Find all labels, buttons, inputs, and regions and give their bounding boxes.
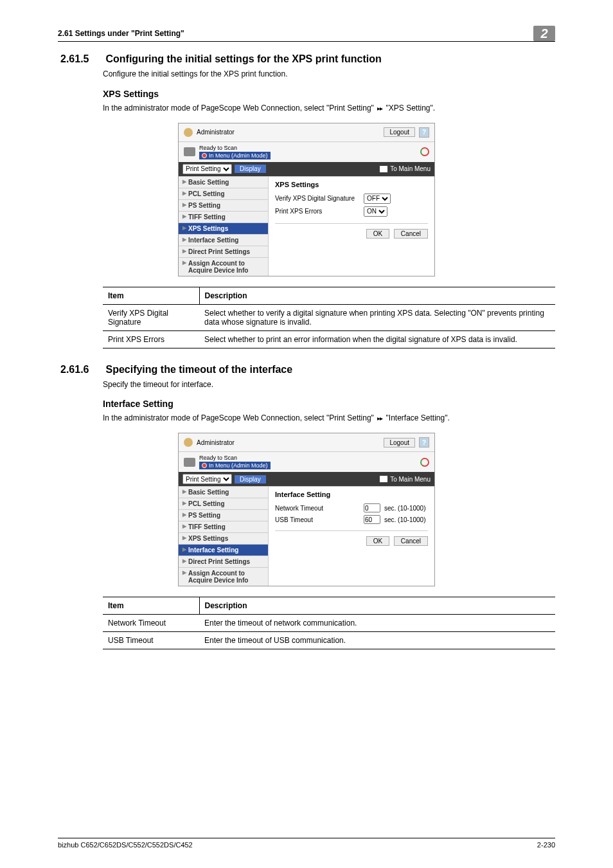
sidebar-item-ps[interactable]: ▶PS Setting [179,199,268,211]
screenshot-interface-setting: Administrator Logout ? Ready to Scan In … [178,433,435,586]
print-errors-label: Print XPS Errors [275,208,360,215]
network-timeout-input[interactable] [364,503,380,512]
nav-arrows-icon [376,104,384,113]
status-ready: Ready to Scan [199,145,271,151]
interface-setting-table: Item Description Network Timeout Enter t… [103,597,555,649]
sidebar-item-xps[interactable]: ▶XPS Settings [179,532,268,544]
table-header-desc: Description [199,597,555,615]
section-title: Configuring the initial settings for the… [105,53,381,64]
chapter-badge: 2 [533,26,555,41]
section-intro: Specify the timeout for interface. [103,379,555,390]
menu-box-icon [380,166,387,172]
subsection-title: Interface Setting [103,399,555,409]
network-timeout-unit: sec. (10-1000) [384,505,425,512]
sidebar: ▶Basic Setting ▶PCL Setting ▶PS Setting … [179,177,269,276]
network-timeout-label: Network Timeout [275,505,360,512]
section-number: 2.61.6 [60,364,103,375]
refresh-icon[interactable] [420,458,429,467]
sidebar-item-ps[interactable]: ▶PS Setting [179,509,268,521]
cancel-button[interactable]: Cancel [394,536,428,546]
section-intro: Configure the initial settings for the X… [103,69,555,80]
usb-timeout-label: USB Timeout [275,516,360,523]
table-cell: Verify XPS Digital Signature [103,304,199,330]
print-errors-select[interactable]: ON [364,206,387,217]
display-button[interactable]: Display [235,475,266,484]
table-cell: Select whether to print an error informa… [199,330,555,348]
page-footer: bizhub C652/C652DS/C552/C552DS/C452 2-23… [58,838,555,849]
xps-settings-table: Item Description Verify XPS Digital Sign… [103,287,555,348]
usb-timeout-input[interactable] [364,515,380,524]
sidebar-item-tiff[interactable]: ▶TIFF Setting [179,521,268,532]
help-button[interactable]: ? [419,437,429,448]
table-cell: Print XPS Errors [103,330,199,348]
cancel-button[interactable]: Cancel [394,229,428,239]
to-main-menu-link[interactable]: To Main Menu [380,476,431,483]
logout-button[interactable]: Logout [384,438,415,448]
admin-label: Administrator [197,439,235,446]
refresh-icon[interactable] [420,147,429,156]
verify-sig-select[interactable]: OFF [364,194,391,204]
status-dot-icon [202,153,207,158]
category-select[interactable]: Print Setting [182,474,232,484]
sidebar-item-basic[interactable]: ▶Basic Setting [179,487,268,498]
admin-label: Administrator [197,129,235,136]
printer-icon [184,458,195,467]
sidebar-item-direct[interactable]: ▶Direct Print Settings [179,556,268,567]
footer-model: bizhub C652/C652DS/C552/C552DS/C452 [58,841,193,849]
sidebar-item-direct[interactable]: ▶Direct Print Settings [179,246,268,257]
table-cell: Enter the timeout of USB communication. [199,632,555,649]
sidebar-item-assign[interactable]: ▶Assign Account to Acquire Device Info [179,257,268,276]
footer-page: 2-230 [537,841,555,849]
table-cell: Select whether to verify a digital signa… [199,304,555,330]
subsection-intro: In the administrator mode of PageScope W… [103,413,555,424]
status-dot-icon [202,463,207,468]
subsection-title: XPS Settings [103,89,555,99]
sidebar: ▶Basic Setting ▶PCL Setting ▶PS Setting … [179,487,269,586]
sidebar-item-interface[interactable]: ▶Interface Setting [179,544,268,556]
display-button[interactable]: Display [235,165,266,173]
sidebar-item-xps[interactable]: ▶XPS Settings [179,222,268,234]
status-menu-mode: In Menu (Admin Mode) [199,152,271,159]
sidebar-item-pcl[interactable]: ▶PCL Setting [179,188,268,199]
verify-sig-label: Verify XPS Digital Signature [275,195,360,202]
logout-button[interactable]: Logout [384,127,415,137]
category-select[interactable]: Print Setting [182,164,232,174]
panel-title: Interface Setting [275,491,428,498]
table-cell: Enter the timeout of network communicati… [199,615,555,632]
ok-button[interactable]: OK [366,229,389,239]
page-header: 2.61 Settings under "Print Setting" 2 [58,26,555,42]
table-header-item: Item [103,287,199,304]
section-heading-2: 2.61.6 Specifying the timeout of the int… [60,364,555,375]
subsection-intro: In the administrator mode of PageScope W… [103,103,555,114]
screenshot-xps-settings: Administrator Logout ? Ready to Scan In … [178,123,435,276]
sidebar-item-tiff[interactable]: ▶TIFF Setting [179,211,268,222]
sidebar-item-assign[interactable]: ▶Assign Account to Acquire Device Info [179,567,268,586]
section-number: 2.61.5 [60,53,103,65]
nav-arrows-icon [376,413,384,422]
sidebar-item-basic[interactable]: ▶Basic Setting [179,177,268,188]
ok-button[interactable]: OK [366,536,389,546]
table-cell: Network Timeout [103,615,199,632]
person-icon [184,128,193,137]
panel-title: XPS Settings [275,181,428,188]
person-icon [184,438,193,447]
printer-icon [184,147,195,156]
to-main-menu-link[interactable]: To Main Menu [380,165,431,172]
section-title: Specifying the timeout of the interface [105,364,292,375]
menu-box-icon [380,476,387,482]
help-button[interactable]: ? [419,127,429,138]
table-header-item: Item [103,597,199,615]
header-breadcrumb: 2.61 Settings under "Print Setting" [58,26,184,41]
status-menu-mode: In Menu (Admin Mode) [199,462,271,469]
table-header-desc: Description [199,287,555,304]
table-cell: USB Timeout [103,632,199,649]
sidebar-item-interface[interactable]: ▶Interface Setting [179,234,268,246]
usb-timeout-unit: sec. (10-1000) [384,516,425,523]
status-ready: Ready to Scan [199,455,271,461]
sidebar-item-pcl[interactable]: ▶PCL Setting [179,498,268,509]
section-heading-1: 2.61.5 Configuring the initial settings … [60,53,555,65]
